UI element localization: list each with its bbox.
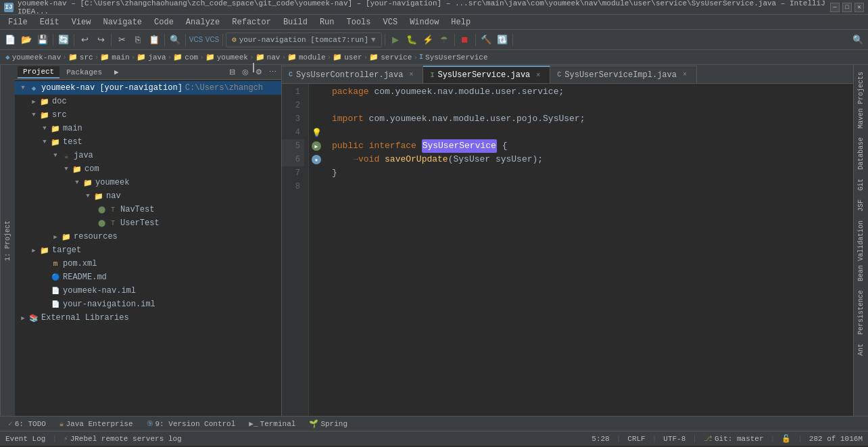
toolbar-stop-btn[interactable]: ⏹ (458, 32, 473, 47)
tab-service-close[interactable]: × (533, 70, 543, 80)
code-content[interactable]: package com.youmeek.nav.module.user.serv… (324, 84, 853, 416)
toolbar-paste-btn[interactable]: 📋 (147, 32, 162, 47)
toolbar-new-btn[interactable]: 📄 (3, 32, 18, 47)
tree-item-test[interactable]: ▼ 📁 test (15, 135, 281, 149)
bc-src[interactable]: 📁 src (68, 53, 93, 62)
toolbar-build-btn[interactable]: 🔨 (479, 32, 493, 47)
tab-sysUserService[interactable]: I SysUserService.java × (423, 66, 550, 83)
tree-item-src[interactable]: ▼ 📁 src (15, 108, 281, 122)
java-enterprise-tab[interactable]: ☕ Java Enterprise (54, 418, 139, 430)
toolbar-coverage-btn[interactable]: ☂ (437, 32, 452, 47)
menu-run[interactable]: Run (314, 16, 340, 28)
toolbar-save-btn[interactable]: 💾 (35, 32, 50, 47)
settings-btn[interactable]: ⚙ (253, 66, 265, 78)
menu-file[interactable]: File (3, 16, 33, 28)
more-btn[interactable]: ⋯ (266, 66, 279, 78)
database-panel-btn[interactable]: Database (856, 133, 866, 174)
menu-navigate[interactable]: Navigate (97, 16, 147, 28)
packages-tab[interactable]: Packages (61, 67, 107, 78)
bc-java[interactable]: 📁 java (137, 53, 166, 62)
bc-youmeek[interactable]: 📁 youmeek (206, 53, 248, 62)
tree-item-youmeek-iml[interactable]: ▶ 📄 youmeek-nav.iml (15, 284, 281, 298)
menu-tools[interactable]: Tools (341, 16, 377, 28)
tree-item-ext-libs[interactable]: ▶ 📚 External Libraries (15, 311, 281, 325)
tree-item-navtest[interactable]: ⬤ T NavTest (15, 203, 281, 216)
todo-tab[interactable]: ✓ 6: TODO (3, 418, 51, 430)
git-branch-indicator[interactable]: ⎇ Git: master (704, 434, 764, 443)
maven-panel-btn[interactable]: Maven Projects (856, 68, 866, 133)
tree-item-main[interactable]: ▼ 📁 main (15, 122, 281, 135)
minimize-button[interactable]: ─ (830, 3, 840, 12)
icon-slot-5[interactable]: ▶ (309, 139, 324, 153)
line-ending-indicator[interactable]: CRLF (627, 435, 645, 443)
tree-item-nav[interactable]: ▼ 📁 nav (15, 189, 281, 203)
tree-item-com[interactable]: ▼ 📁 com (15, 162, 281, 176)
scope-tab[interactable]: ▶ (109, 66, 124, 78)
jsf-panel-btn[interactable]: JSF (856, 195, 866, 216)
toolbar-redo-btn[interactable]: ↪ (93, 32, 108, 47)
git-panel-btn[interactable]: Git (856, 174, 866, 195)
bc-youmeek-nav[interactable]: ◆ youmeek-nav (5, 53, 61, 62)
tab-impl-close[interactable]: × (680, 70, 690, 80)
menu-build[interactable]: Build (278, 16, 313, 28)
icon-slot-6[interactable]: ● (309, 153, 324, 166)
menu-refactor[interactable]: Refactor (226, 16, 276, 28)
bc-sysUserService[interactable]: I SysUserService (419, 53, 487, 62)
menu-view[interactable]: View (66, 16, 97, 28)
toolbar-sync-btn[interactable]: 🔄 (56, 32, 71, 47)
lightbulb-icon[interactable]: 💡 (312, 128, 322, 138)
tree-item-youmeek-pkg[interactable]: ▼ 📁 youmeek (15, 176, 281, 189)
tree-item-doc[interactable]: ▶ 📁 doc (15, 95, 281, 108)
bc-main[interactable]: 📁 main (100, 53, 129, 62)
maximize-button[interactable]: □ (842, 3, 852, 12)
menu-code[interactable]: Code (149, 16, 179, 28)
code-editor[interactable]: 1 2 3 4 5 6 7 8 💡 ▶ (282, 84, 853, 416)
menu-window[interactable]: Window (404, 16, 444, 28)
tree-item-readme[interactable]: ▶ 🔵 README.md (15, 270, 281, 284)
close-button[interactable]: ✕ (854, 3, 864, 12)
project-panel-label[interactable]: 1: Project (0, 65, 15, 416)
terminal-tab[interactable]: ▶_ Terminal (243, 418, 301, 430)
event-log-btn[interactable]: Event Log (5, 435, 45, 443)
tab-sysUserServiceImpl[interactable]: C SysUserServiceImpl.java × (550, 66, 697, 83)
position-indicator[interactable]: 5:28 (592, 435, 609, 443)
debug-gutter-icon[interactable]: ● (312, 155, 321, 164)
toolbar-undo-btn[interactable]: ↩ (77, 32, 92, 47)
toolbar-vcs-update-btn[interactable]: VCS (189, 32, 203, 47)
tree-item-your-nav-iml[interactable]: ▶ 📄 your-navigation.iml (15, 298, 281, 311)
toolbar-vcs-commit-btn[interactable]: VCS (205, 32, 220, 47)
toolbar-open-btn[interactable]: 📂 (19, 32, 34, 47)
menu-edit[interactable]: Edit (34, 16, 65, 28)
tree-item-target[interactable]: ▶ 📁 target (15, 243, 281, 257)
spring-tab[interactable]: 🌱 Spring (304, 418, 353, 430)
memory-indicator[interactable]: 282 of 1016M (809, 435, 863, 443)
encoding-indicator[interactable]: UTF-8 (663, 435, 685, 443)
locate-file-btn[interactable]: ◎ (239, 66, 251, 78)
tree-item-resources[interactable]: ▶ 📁 resources (15, 230, 281, 243)
menu-vcs[interactable]: VCS (378, 16, 404, 28)
bc-service[interactable]: 📁 service (369, 53, 412, 62)
bean-validation-panel-btn[interactable]: Bean Validation (856, 216, 866, 285)
tree-item-java-test[interactable]: ▼ ☕ java (15, 149, 281, 162)
toolbar-search-everywhere-btn[interactable]: 🔍 (850, 32, 865, 47)
tab-sysUserController[interactable]: C SysUserController.java × (282, 66, 423, 83)
toolbar-run-btn[interactable]: ▶ (388, 32, 403, 47)
tab-ctrl-close[interactable]: × (406, 70, 416, 80)
version-control-tab[interactable]: ⑨ 9: Version Control (141, 418, 241, 430)
run-gutter-icon[interactable]: ▶ (312, 141, 321, 151)
run-config-selector[interactable]: ⚙ your-navigation [tomcat7:run] ▼ (226, 32, 382, 47)
toolbar-debug-btn[interactable]: 🐛 (404, 32, 419, 47)
toolbar-find-btn[interactable]: 🔍 (168, 32, 183, 47)
readonly-indicator[interactable]: 🔓 (781, 434, 791, 443)
menu-analyze[interactable]: Analyze (180, 16, 225, 28)
tree-item-pom[interactable]: ▶ m pom.xml (15, 257, 281, 270)
tree-item-youmeek-nav[interactable]: ▼ ◆ youmeek-nav [your-navigation] C:\Use… (15, 81, 281, 95)
bc-com[interactable]: 📁 com (173, 53, 198, 62)
ant-panel-btn[interactable]: Ant (856, 339, 866, 360)
collapse-all-btn[interactable]: ⊟ (226, 66, 238, 78)
menu-help[interactable]: Help (445, 16, 476, 28)
bc-user[interactable]: 📁 user (333, 53, 362, 62)
toolbar-cut-btn[interactable]: ✂ (114, 32, 129, 47)
toolbar-rebuild-btn[interactable]: 🔃 (495, 32, 510, 47)
jrebel-btn[interactable]: ⚡ JRebel remote servers log (64, 434, 182, 443)
